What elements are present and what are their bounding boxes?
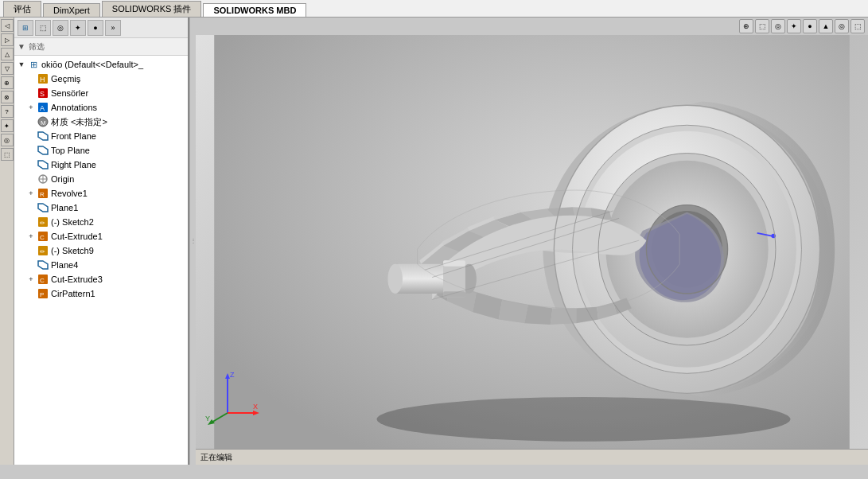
viewport-btn-3[interactable]: ◎ xyxy=(771,19,785,33)
tree-item-sensors[interactable]: SSensörler xyxy=(14,86,188,100)
tree-root[interactable]: ▼ ⊞ okiōo (Default<<Default>_ xyxy=(14,57,188,72)
svg-marker-8 xyxy=(38,132,48,140)
tree-item-material[interactable]: M材质 <未指定> xyxy=(14,115,188,129)
tree-toolbar-component[interactable]: ⊞ xyxy=(18,20,33,36)
filter-icon: ▼ xyxy=(18,42,25,51)
axes-svg: Z X Y xyxy=(204,369,259,425)
tree-expand-icon[interactable] xyxy=(25,288,37,299)
viewport-canvas[interactable]: Z X Y xyxy=(196,35,868,449)
tree-item-icon: C xyxy=(37,230,49,243)
tree-item-label: Revolve1 xyxy=(51,189,88,198)
svg-text:M: M xyxy=(41,119,46,127)
tree-item-sketch9[interactable]: ✏(-) Sketch9 xyxy=(14,243,188,258)
tree-item-icon xyxy=(37,144,49,157)
tree-expand-icon[interactable] xyxy=(25,202,37,213)
tree-expand-icon[interactable] xyxy=(25,159,37,170)
left-icon-4[interactable]: ▽ xyxy=(1,62,14,75)
root-label: okiōo (Default<<Default>_ xyxy=(41,60,143,69)
tree-item-label: Right Plane xyxy=(51,160,96,169)
tree-item-right-plane[interactable]: Right Plane xyxy=(14,158,188,172)
left-icon-10[interactable]: ⬚ xyxy=(1,148,14,161)
tree-expand-icon[interactable] xyxy=(25,259,37,271)
tree-item-icon xyxy=(37,201,49,214)
tree-item-history[interactable]: HGeçmiş xyxy=(14,72,188,86)
tree-item-plane4[interactable]: Plane4 xyxy=(14,258,188,272)
tree-item-label: Cut-Extrude1 xyxy=(51,232,103,241)
tree-item-icon xyxy=(37,130,49,142)
tree-toolbar-display[interactable]: ✦ xyxy=(70,20,86,36)
svg-text:R: R xyxy=(40,191,45,198)
svg-text:Z: Z xyxy=(230,371,235,379)
tree-item-icon: C xyxy=(37,273,49,286)
svg-marker-16 xyxy=(38,204,48,212)
tree-expand-icon[interactable] xyxy=(25,173,37,185)
tab-sw-mbd[interactable]: SOLIDWORKS MBD xyxy=(203,3,306,17)
tree-item-cut-extrude3[interactable]: +CCut-Extrude3 xyxy=(14,272,188,286)
tree-expand-icon[interactable]: + xyxy=(25,102,37,113)
tree-expand-icon[interactable] xyxy=(25,245,37,256)
tree-item-icon: ✏ xyxy=(37,244,49,257)
status-bar: 正在编辑 xyxy=(196,449,868,465)
tree-resize-handle[interactable]: ⋮ xyxy=(189,18,196,465)
tree-item-icon: ✏ xyxy=(37,216,49,228)
tree-item-icon: P xyxy=(37,287,49,300)
tree-toolbar-camera[interactable]: ● xyxy=(88,20,103,36)
viewport-btn-6[interactable]: ▲ xyxy=(819,19,833,33)
tree-item-icon: A xyxy=(37,101,49,114)
tree-item-label: Annotations xyxy=(51,103,97,112)
tree-toolbar-property[interactable]: ⬚ xyxy=(35,20,51,36)
tree-item-icon: H xyxy=(37,72,49,85)
tab-review[interactable]: 评估 xyxy=(3,1,41,17)
filter-label: 筛选 xyxy=(29,41,45,53)
tree-item-cut-extrude1[interactable]: +CCut-Extrude1 xyxy=(14,229,188,243)
viewport-btn-1[interactable]: ⊕ xyxy=(739,19,753,33)
svg-marker-10 xyxy=(38,161,48,169)
left-icon-5[interactable]: ⊕ xyxy=(1,76,14,89)
tree-item-revolve1[interactable]: +RRevolve1 xyxy=(14,186,188,201)
tree-expand-icon[interactable] xyxy=(25,116,37,127)
viewport[interactable]: ⊕ ⬚ ◎ ✦ ● ▲ ◎ ⬚ xyxy=(196,18,868,465)
tab-dimxpert[interactable]: DimXpert xyxy=(43,3,100,17)
tree-toolbar-config[interactable]: ◎ xyxy=(53,20,68,36)
viewport-btn-8[interactable]: ⬚ xyxy=(850,19,865,33)
tree-item-top-plane[interactable]: Top Plane xyxy=(14,143,188,158)
svg-text:S: S xyxy=(40,90,45,98)
left-icon-3[interactable]: △ xyxy=(1,48,14,60)
tree-items: ▼ ⊞ okiōo (Default<<Default>_ HGeçmişSSe… xyxy=(14,56,188,465)
left-icon-1[interactable]: ◁ xyxy=(1,19,14,32)
tab-sw-plugins[interactable]: SOLIDWORKS 插件 xyxy=(102,1,202,17)
viewport-btn-7[interactable]: ◎ xyxy=(835,19,849,33)
tree-expand-icon[interactable]: + xyxy=(25,188,37,199)
tree-item-front-plane[interactable]: Front Plane xyxy=(14,129,188,143)
tree-item-cir-pattern1[interactable]: PCirPattern1 xyxy=(14,286,188,301)
left-toolbar: ◁ ▷ △ ▽ ⊕ ⊗ ? ✦ ◎ ⬚ xyxy=(0,18,14,465)
viewport-btn-4[interactable]: ✦ xyxy=(787,19,801,33)
tree-item-label: Front Plane xyxy=(51,131,96,141)
tree-expand-icon[interactable] xyxy=(25,145,37,156)
tree-expand-icon[interactable]: + xyxy=(25,274,37,285)
tree-expand-icon[interactable] xyxy=(25,130,37,142)
svg-text:P: P xyxy=(40,291,44,298)
viewport-btn-2[interactable]: ⬚ xyxy=(755,19,769,33)
tree-item-plane1[interactable]: Plane1 xyxy=(14,201,188,215)
viewport-btn-5[interactable]: ● xyxy=(803,19,817,33)
tree-expand-icon[interactable] xyxy=(25,88,37,99)
tree-item-icon: M xyxy=(37,115,49,128)
left-icon-8[interactable]: ✦ xyxy=(1,119,14,132)
tree-expand-icon[interactable] xyxy=(25,216,37,228)
tree-expand-icon[interactable] xyxy=(25,73,37,84)
svg-text:C: C xyxy=(40,277,45,284)
left-icon-2[interactable]: ▷ xyxy=(1,33,14,46)
tree-item-icon xyxy=(37,158,49,171)
tree-toolbar-more[interactable]: » xyxy=(105,20,121,36)
left-icon-9[interactable]: ◎ xyxy=(1,134,14,146)
left-icon-7[interactable]: ? xyxy=(1,105,14,118)
svg-text:✏: ✏ xyxy=(40,220,45,227)
root-expand-icon: ▼ xyxy=(16,59,27,70)
tree-item-origin[interactable]: Origin xyxy=(14,172,188,186)
tree-item-sketch2[interactable]: ✏(-) Sketch2 xyxy=(14,215,188,229)
tree-item-annotations[interactable]: +AAnnotations xyxy=(14,100,188,115)
tree-expand-icon[interactable]: + xyxy=(25,231,37,242)
svg-marker-9 xyxy=(38,146,48,154)
left-icon-6[interactable]: ⊗ xyxy=(1,91,14,103)
